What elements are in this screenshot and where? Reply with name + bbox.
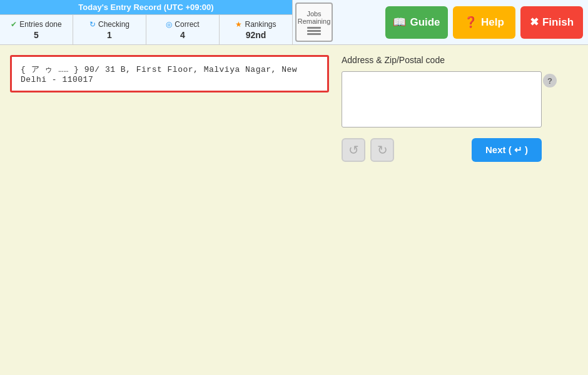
checking-value: 1: [107, 30, 112, 40]
guide-button[interactable]: 📖 Guide: [385, 6, 448, 39]
stat-correct: ◎ Correct 4: [146, 15, 220, 44]
finish-label: Finish: [542, 16, 574, 29]
rankings-label: Rankings: [245, 20, 276, 29]
correct-label: Correct: [175, 20, 199, 29]
guide-book-icon: 📖: [393, 16, 406, 29]
jobs-icon: [307, 27, 321, 35]
jobs-remaining-label: Jobs Remaining: [298, 10, 331, 25]
button-row: ↺ ↻ Next ( ↵ ): [342, 138, 542, 162]
correct-value: 4: [180, 30, 185, 40]
stat-checking: ↻ Checking 1: [73, 15, 146, 44]
address-zip-label: Address & Zip/Postal code: [342, 55, 578, 65]
check-icon: ✔: [11, 20, 17, 29]
checking-label: Checking: [98, 20, 129, 29]
address-textarea[interactable]: [342, 71, 542, 128]
textarea-help-button[interactable]: ?: [543, 74, 557, 88]
help-label: Help: [481, 16, 504, 29]
address-text-display: { ア ゥ …… } 90/ 31 B, First Floor, Malviy…: [21, 64, 318, 84]
main-content: { ア ゥ …… } 90/ 31 B, First Floor, Malviy…: [0, 45, 588, 375]
entry-record-title: Today's Entry Record (UTC +09:00): [0, 0, 292, 14]
top-bar: Today's Entry Record (UTC +09:00) ✔ Entr…: [0, 0, 588, 45]
finish-x-icon: ✖: [530, 16, 539, 29]
left-panel: { ア ゥ …… } 90/ 31 B, First Floor, Malviy…: [10, 55, 329, 365]
star-icon: ★: [235, 20, 242, 29]
entries-done-value: 5: [34, 30, 39, 40]
entries-done-label: Entries done: [19, 20, 61, 29]
circle-icon: ◎: [166, 20, 172, 29]
help-question-icon: ❓: [464, 16, 477, 29]
refresh-icon: ↻: [89, 20, 96, 29]
undo-button[interactable]: ↺: [342, 138, 365, 162]
action-buttons: 📖 Guide ❓ Help ✖ Finish: [335, 0, 588, 44]
next-button[interactable]: Next ( ↵ ): [472, 138, 542, 162]
finish-button[interactable]: ✖ Finish: [520, 6, 583, 39]
textarea-wrapper: ?: [342, 71, 542, 129]
right-panel: Address & Zip/Postal code ? ↺ ↻ Next ( ↵…: [342, 55, 578, 365]
help-button[interactable]: ❓ Help: [453, 6, 515, 39]
undo-redo-group: ↺ ↻: [342, 138, 394, 162]
stats-row: ✔ Entries done 5 ↻ Checking 1 ◎ Correct …: [0, 14, 292, 44]
stat-rankings: ★ Rankings 92nd: [220, 15, 292, 44]
entry-record: Today's Entry Record (UTC +09:00) ✔ Entr…: [0, 0, 293, 44]
address-image-container: { ア ゥ …… } 90/ 31 B, First Floor, Malviy…: [10, 55, 329, 92]
jobs-remaining: Jobs Remaining: [295, 2, 333, 42]
redo-button[interactable]: ↻: [370, 138, 394, 162]
guide-label: Guide: [410, 16, 440, 29]
rankings-value: 92nd: [246, 30, 266, 40]
stat-entries-done: ✔ Entries done 5: [0, 15, 73, 44]
